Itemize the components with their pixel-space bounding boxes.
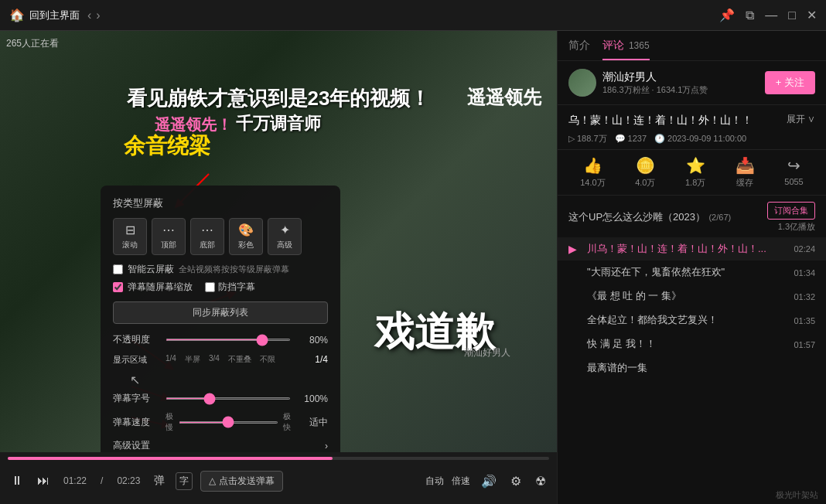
speed-button[interactable]: 倍速 bbox=[452, 475, 470, 488]
maximize-icon[interactable]: □ bbox=[788, 9, 796, 22]
playlist-item-duration: 01:32 bbox=[794, 292, 815, 301]
dm-subtitle-checkbox[interactable] bbox=[205, 282, 215, 292]
minimize-icon[interactable]: — bbox=[765, 9, 777, 22]
current-time: 01:22 bbox=[63, 475, 87, 486]
dm-adv-arrow: › bbox=[325, 441, 328, 451]
avatar[interactable] bbox=[568, 69, 596, 97]
dm-type-advanced[interactable]: ✦ 高级 bbox=[268, 218, 302, 255]
radiation-icon[interactable]: ☢ bbox=[532, 471, 549, 492]
progress-bar[interactable] bbox=[8, 457, 549, 460]
dm-type-bottom[interactable]: ⋯ 底部 bbox=[190, 218, 224, 255]
close-icon[interactable]: ✕ bbox=[807, 8, 817, 22]
channel-stats: 186.3万粉丝 · 1634.1万点赞 bbox=[602, 84, 708, 96]
auto-play-label[interactable]: 自动 bbox=[425, 475, 444, 488]
nav-arrows: ‹ › bbox=[87, 9, 101, 22]
coin-icon: 🪙 bbox=[636, 156, 655, 175]
playlist-item[interactable]: 《最 想 吐 的 一 集》 01:32 bbox=[558, 284, 826, 308]
share-action[interactable]: ↪ 5055 bbox=[784, 156, 803, 189]
dm-advanced-settings[interactable]: 高级设置 › bbox=[113, 439, 328, 452]
forward-arrow[interactable]: › bbox=[96, 9, 100, 22]
share-count: 5055 bbox=[784, 177, 803, 186]
play-icon: ▷ bbox=[568, 134, 575, 144]
cache-action[interactable]: 📥 缓存 bbox=[736, 156, 755, 189]
send-icon: △ bbox=[209, 475, 216, 486]
dm-type-list: ⊟ 滚动 ⋯ 顶部 ⋯ 底部 🎨 彩色 bbox=[113, 218, 328, 255]
dm-display-threequarter[interactable]: 3/4 bbox=[206, 352, 223, 366]
dm-fontsize-row: 弹幕字号 100% bbox=[113, 392, 328, 405]
pin-icon[interactable]: 📌 bbox=[719, 8, 735, 22]
dm-scale-row: 弹幕随屏幕缩放 防挡字幕 bbox=[113, 281, 328, 294]
bottom-watermark: 极光叶架站 bbox=[558, 486, 826, 504]
star-icon: ⭐ bbox=[686, 156, 705, 175]
time-separator: / bbox=[101, 475, 103, 486]
dm-display-value: 1/4 bbox=[297, 354, 328, 365]
home-icon: 🏠 bbox=[9, 8, 25, 22]
home-button[interactable]: 🏠 回到主界面 bbox=[9, 8, 80, 22]
floating-text-gold: 余音绕梁 bbox=[124, 131, 210, 161]
like-action[interactable]: 👍 14.0万 bbox=[580, 156, 605, 189]
channel-name: 潮汕好男人 bbox=[602, 70, 708, 84]
right-tabs: 简介 评论 1365 bbox=[558, 31, 826, 61]
tab-comments[interactable]: 评论 1365 bbox=[602, 39, 650, 60]
dm-fontsize-slider[interactable] bbox=[166, 397, 291, 400]
screen-icon[interactable]: ⧉ bbox=[746, 9, 754, 22]
channel-details: 潮汕好男人 186.3万粉丝 · 1634.1万点赞 bbox=[602, 70, 708, 96]
dm-display-options: 1/4 半屏 3/4 不重叠 不限 bbox=[162, 352, 294, 366]
dm-checkboxes: 智能云屏蔽 全站视频将按按等级屏蔽弹幕 弹幕随屏幕缩放 防挡字幕 bbox=[113, 263, 328, 294]
expand-button[interactable]: 展开 ∨ bbox=[787, 113, 815, 126]
share-icon: ↪ bbox=[787, 156, 800, 175]
comment-icon: 💬 bbox=[615, 134, 626, 144]
playlist-item[interactable]: 最离谱的一集 bbox=[558, 356, 826, 380]
playlist-item[interactable]: 全体起立！都给我文艺复兴！ 01:35 bbox=[558, 308, 826, 332]
dm-speed-slow: 极慢 bbox=[166, 411, 174, 433]
dm-smart-filter-hint: 全站视频将按按等级屏蔽弹幕 bbox=[179, 264, 289, 275]
subtitle-btn[interactable]: 字 bbox=[176, 472, 193, 490]
dm-speed-value: 适中 bbox=[297, 416, 328, 429]
dm-type-scroll[interactable]: ⊟ 滚动 bbox=[113, 218, 147, 255]
settings-icon[interactable]: ⚙ bbox=[507, 471, 524, 492]
video-meta: ▷ 188.7万 💬 1237 🕐 2023-09-09 11:00:00 bbox=[568, 133, 815, 145]
dm-type-top[interactable]: ⋯ 顶部 bbox=[152, 218, 186, 255]
dm-type-color[interactable]: 🎨 彩色 bbox=[229, 218, 263, 255]
favorite-count: 1.8万 bbox=[685, 177, 705, 189]
danmaku-send-input[interactable]: △ 点击发送弹幕 bbox=[200, 471, 283, 492]
dm-speed-label: 弹幕速度 bbox=[113, 416, 159, 429]
dm-adv-icon: ✦ bbox=[280, 223, 290, 237]
dm-speed-fast: 极快 bbox=[283, 411, 292, 433]
next-button[interactable]: ⏭ bbox=[34, 471, 53, 491]
playlist-item[interactable]: ▶ 川乌！蒙！山！连！着！山！外！山！... 02:24 bbox=[558, 237, 826, 261]
follow-button[interactable]: + 关注 bbox=[765, 71, 815, 94]
like-icon: 👍 bbox=[583, 156, 602, 175]
dm-speed-slider[interactable] bbox=[179, 421, 278, 424]
video-overlay-right: 遥遥领先 bbox=[467, 85, 541, 110]
video-frame: 265人正在看 看见崩铁才意识到是23年的视频！ 千万调音师 遥遥领先 遥遥领先… bbox=[0, 31, 557, 452]
comments-meta: 💬 1237 bbox=[615, 134, 647, 144]
dm-display-half[interactable]: 半屏 bbox=[182, 352, 203, 366]
subscribe-button[interactable]: 订阅合集 bbox=[767, 202, 815, 220]
dm-opacity-slider[interactable] bbox=[166, 339, 291, 341]
playlist-item[interactable]: "大雨还在下，鬼畜依然在狂欢" 01:34 bbox=[558, 261, 826, 284]
back-arrow[interactable]: ‹ bbox=[87, 9, 91, 22]
controls-row: ⏸ ⏭ 01:22 / 02:23 弹 字 △ 点击发送弹幕 自动 倍速 🔊 ⚙… bbox=[8, 460, 549, 502]
playlist-item-title: 川乌！蒙！山！连！着！山！外！山！... bbox=[587, 243, 787, 256]
playlist-item-duration: 01:34 bbox=[794, 268, 815, 278]
coin-action[interactable]: 🪙 4.0万 bbox=[635, 156, 655, 189]
dm-scale-checkbox[interactable] bbox=[113, 282, 123, 292]
dm-display-quarter[interactable]: 1/4 bbox=[162, 352, 179, 366]
play-pause-button[interactable]: ⏸ bbox=[8, 471, 26, 491]
dm-display-unlimited[interactable]: 不限 bbox=[257, 352, 278, 366]
playlist-item[interactable]: 快 满 足 我！！ 01:57 bbox=[558, 332, 826, 356]
favorite-action[interactable]: ⭐ 1.8万 bbox=[685, 156, 705, 189]
tab-intro[interactable]: 简介 bbox=[568, 39, 590, 60]
danmaku-toggle-btn[interactable]: 弹 bbox=[151, 471, 168, 491]
dm-display-nooverlap[interactable]: 不重叠 bbox=[225, 352, 254, 366]
volume-icon[interactable]: 🔊 bbox=[478, 471, 500, 492]
video-controls: ⏸ ⏭ 01:22 / 02:23 弹 字 △ 点击发送弹幕 自动 倍速 🔊 ⚙… bbox=[0, 452, 557, 504]
dm-smart-filter-checkbox[interactable] bbox=[113, 264, 123, 274]
dm-sync-button[interactable]: 同步屏蔽列表 bbox=[113, 301, 328, 324]
video-background: 265人正在看 看见崩铁才意识到是23年的视频！ 千万调音师 遥遥领先 遥遥领先… bbox=[0, 31, 557, 452]
titlebar: 🏠 回到主界面 ‹ › 📌 ⧉ — □ ✕ bbox=[0, 0, 826, 31]
watermark-text: 极光叶架站 bbox=[776, 489, 818, 501]
playlist-item-title: 快 满 足 我！！ bbox=[587, 338, 787, 351]
playlist-item-title: 最离谱的一集 bbox=[587, 362, 809, 375]
